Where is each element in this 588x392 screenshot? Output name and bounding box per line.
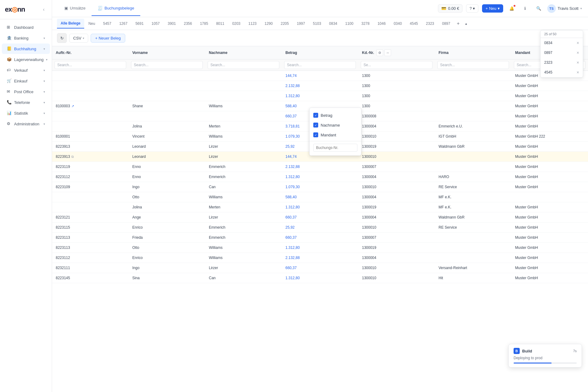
tab-buchungsbelege[interactable]: 🧾 Buchungsbelege [92,1,140,16]
info-button[interactable]: ℹ [520,4,530,13]
nachname-cell: Merten [205,121,282,131]
sidebar-item-einkauf[interactable]: 🛒 Einkauf ▾ [2,76,50,86]
book-icon: 📒 [7,46,12,51]
mandant-checkbox[interactable]: ✓ [313,132,318,137]
col-toggle-nachname[interactable]: ✓ Nachname [310,120,361,130]
table-row[interactable]: 1.312,801300Muster GmbH [52,91,588,101]
col-toggle-mandant[interactable]: ✓ Mandant [310,130,361,140]
tab-umsatze[interactable]: ▣ Umsätze [58,1,92,16]
csv-export-button[interactable]: CSV ▾ [69,34,88,43]
tab-close-icon[interactable]: × [577,40,579,45]
tab-0834[interactable]: 0834 [326,19,341,28]
table-row[interactable]: 8223113FriedaEmmerich660,371300007Muster… [52,233,588,243]
tab-1057[interactable]: 1057 [148,19,164,28]
tab-3901[interactable]: 3901 [164,19,180,28]
table-row[interactable]: 8223145SinaCan1.312,801300010HitMuster G… [52,273,588,283]
tab-0203[interactable]: 0203 [228,19,244,28]
tab-3278[interactable]: 3278 [358,19,373,28]
auftr-cell: 8223113 [56,245,125,250]
dropdown-tab-0897[interactable]: 0897 × [541,48,583,58]
tab-4545[interactable]: 4545 [406,19,422,28]
kd-cell: 1300010 [358,131,435,142]
dropdown-tab-2323[interactable]: 2323 × [541,58,583,67]
tab-0340[interactable]: 0340 [390,19,405,28]
table-row[interactable]: 144,741300Muster GmbH [52,71,588,81]
tab-2356[interactable]: 2356 [180,19,196,28]
tab-alle-belege[interactable]: Alle Belege [57,19,84,29]
tab-neu[interactable]: Neu [85,19,99,28]
kd-search-input[interactable] [361,61,432,69]
table-row[interactable]: 8223112EnricoWilliams2.132,881300004Must… [52,253,588,263]
neu-button[interactable]: + Neu ▾ [482,4,503,13]
table-row[interactable]: 8223119EnnoEmmerich2.132,881300007Muster… [52,162,588,172]
tab-close-icon[interactable]: × [577,60,579,65]
dropdown-tab-0834[interactable]: 0834 × [541,38,583,48]
betrag-cell: 660,37 [282,263,358,273]
tab-add-button[interactable]: + [454,20,462,27]
betrag-checkbox[interactable]: ✓ [313,113,318,118]
nachname-cell: Williams [205,131,282,142]
tab-1046[interactable]: 1046 [374,19,390,28]
firma-cell: Emmerich e.U. [435,121,511,131]
help-button[interactable]: ? ▾ [466,4,478,13]
table-row[interactable]: 8223112EnnoEmmerich1.312,801300004HAROMu… [52,172,588,182]
tab-1123[interactable]: 1123 [245,19,260,28]
sidebar-item-dashboard[interactable]: ⊞ Dashboard [2,22,50,32]
vorname-cell: Leonard [129,142,205,152]
sidebar-item-telefonie[interactable]: 📞 Telefonie ▾ [2,97,50,108]
tab-5103[interactable]: 5103 [309,19,325,28]
table-row[interactable]: 8223113OttoWilliams1.312,801300019Muster… [52,243,588,253]
tab-1100[interactable]: 1100 [341,19,357,28]
tab-1267[interactable]: 1267 [115,19,131,28]
table-row[interactable]: 2.132,881300Muster GmbH [52,81,588,91]
tab-2323[interactable]: 2323 [422,19,438,28]
auftr-search-input[interactable] [55,61,126,69]
mandant-cell: Muster GmbH [511,273,588,283]
table-row[interactable]: JolinaMerten1.312,801300019MF e.K.Muster… [52,202,588,212]
refresh-button[interactable]: ↻ [57,33,67,43]
betrag-search-input[interactable] [284,61,356,69]
tab-2205[interactable]: 2205 [277,19,292,28]
sidebar-item-administration[interactable]: ⚙ Administration ▾ [2,119,50,129]
box-icon: 📦 [7,57,12,62]
vorname-search-input[interactable] [131,61,203,69]
table-row[interactable]: 8223109IngoCan1.079,301300010RE ServiceM… [52,182,588,192]
nachname-checkbox[interactable]: ✓ [313,123,318,127]
table-body: 144,741300Muster GmbH2.132,881300Muster … [52,71,588,283]
col-search-input[interactable] [313,144,357,152]
tab-more-button[interactable]: ▴ [462,20,470,27]
notification-button[interactable]: 🔔 [507,4,517,13]
tab-0897[interactable]: 0897 [438,19,454,28]
tab-1290[interactable]: 1290 [261,19,277,28]
search-button[interactable]: 🔍 [534,4,544,13]
dropdown-tab-4545[interactable]: 4545 × [541,67,583,77]
table-row[interactable]: 8232111IngoLirzer660,371300010Versand-Re… [52,263,588,273]
sidebar-item-lagerverwaltung[interactable]: 📦 Lagerverwaltung ▾ [2,54,50,65]
col-toggle-betrag[interactable]: ✓ Betrag [310,110,361,120]
table-row[interactable]: 8223121AngeLirzer660,371300004Waldmann G… [52,212,588,223]
sidebar-item-verkauf[interactable]: 🏷 Verkauf ▾ [2,65,50,75]
tab-8011[interactable]: 8011 [213,19,228,28]
tab-5457[interactable]: 5457 [100,19,115,28]
firma-search-input[interactable] [437,61,509,69]
tab-1997[interactable]: 1997 [293,19,309,28]
sidebar-collapse-btn[interactable]: ‹ [41,6,47,13]
sidebar-item-buchhaltung[interactable]: 📒 Buchhaltung ▾ [2,44,50,54]
tab-close-icon[interactable]: × [577,70,579,75]
tab-close-icon[interactable]: × [577,50,579,55]
table-row[interactable]: OttoWilliams588,401300004MF e.K. [52,192,588,202]
kd-expand-button[interactable]: ↔ [384,49,391,56]
kd-settings-button[interactable]: ⚙ [376,49,383,56]
tab-1785[interactable]: 1785 [196,19,212,28]
tab-5691[interactable]: 5691 [132,19,147,28]
copy-icon[interactable]: ⧉ [71,155,74,159]
user-menu[interactable]: TS Travis Scott ▾ [547,4,582,13]
betrag-cell: 1.312,80 [282,172,358,182]
nachname-search-input[interactable] [208,61,279,69]
sidebar-item-statistik[interactable]: 📊 Statistik ▾ [2,108,50,118]
sidebar-item-postoffice[interactable]: ✉ Post Office ▾ [2,86,50,97]
new-beleg-button[interactable]: + Neuer Beleg [91,34,125,43]
external-link-icon[interactable]: ↗ [71,104,74,108]
table-row[interactable]: 8223115EnricoEmmerich25,921300010RE Serv… [52,223,588,233]
sidebar-item-banking[interactable]: 🏦 Banking ▾ [2,33,50,43]
